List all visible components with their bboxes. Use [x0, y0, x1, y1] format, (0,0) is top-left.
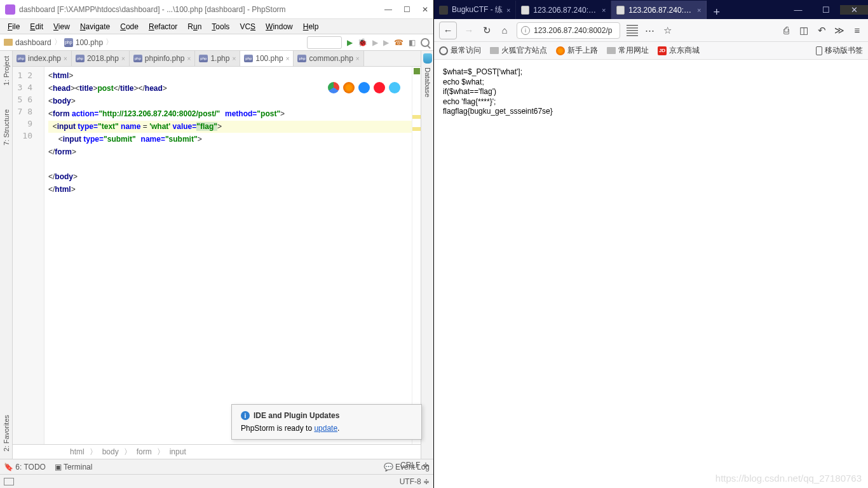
menu-edit[interactable]: Edit	[26, 21, 47, 32]
page-actions-icon[interactable]: ⋯	[644, 25, 656, 36]
bm-jd[interactable]: JD京东商城	[658, 45, 700, 56]
close-tab-icon[interactable]: ×	[602, 6, 606, 14]
favorites-tool-tab[interactable]: 2: Favorites	[3, 412, 10, 454]
address-bar[interactable]: i 123.206.87.240:8002/p	[517, 22, 620, 39]
safari-icon[interactable]	[358, 82, 370, 93]
firefox-icon	[556, 46, 565, 55]
menu-button[interactable]: ≡	[851, 25, 863, 36]
browser-tab-1[interactable]: 123.206.87.240:8002×	[516, 1, 611, 19]
sync-icon[interactable]: ↶	[816, 25, 827, 36]
run-config-dropdown[interactable]	[307, 36, 342, 49]
menu-help[interactable]: Help	[299, 21, 323, 32]
tab-phpinfo[interactable]: phpphpinfo.php×	[130, 51, 196, 66]
favicon-icon	[439, 6, 448, 15]
php-file-icon: php	[133, 55, 142, 62]
code-area[interactable]: <html> <head><title>post</title></head> …	[44, 67, 412, 444]
status-rect-icon[interactable]	[4, 478, 14, 485]
tab-100[interactable]: php100.php×	[240, 51, 294, 66]
tab-index[interactable]: phpindex.php×	[13, 51, 72, 66]
qr-icon[interactable]	[627, 25, 638, 36]
database-tool-tab[interactable]: Database	[424, 66, 431, 97]
home-button[interactable]: ⌂	[499, 25, 510, 36]
maximize-button[interactable]: ☐	[403, 5, 410, 14]
menu-refactor[interactable]: Refactor	[145, 21, 181, 32]
close-tab-icon[interactable]: ×	[697, 6, 701, 14]
warning-stripe[interactable]	[412, 115, 421, 119]
debug-button[interactable]: 🐞	[358, 38, 367, 47]
bm-mobile[interactable]: 移动版书签	[825, 45, 863, 56]
menu-file[interactable]: File	[4, 21, 24, 32]
menu-navigate[interactable]: Navigate	[76, 21, 114, 32]
bm-most-visited[interactable]: 最常访问	[439, 45, 481, 56]
nav-folder[interactable]: dashboard	[15, 38, 51, 47]
forward-button[interactable]: →	[463, 25, 475, 36]
browser-tab-bugku[interactable]: BugkuCTF - 练×	[434, 1, 516, 19]
menu-tools[interactable]: Tools	[208, 21, 233, 32]
bookmark-star-icon[interactable]: ☆	[662, 25, 674, 36]
close-tab-icon[interactable]: ×	[187, 55, 191, 62]
menu-code[interactable]: Code	[116, 21, 142, 32]
crumb[interactable]: html	[70, 447, 85, 456]
browser-tab-2[interactable]: 123.206.87.240:8002×	[611, 1, 707, 19]
menu-window[interactable]: Window	[262, 21, 297, 32]
bm-firefox-site[interactable]: 火狐官方站点	[490, 45, 547, 56]
close-tab-icon[interactable]: ×	[506, 6, 510, 14]
close-tab-icon[interactable]: ×	[64, 55, 67, 62]
popup-title: IDE and Plugin Updates	[254, 411, 339, 420]
code-editor[interactable]: 1 2 3 4 5 6 7 8 9 10 <html> <head><title…	[13, 67, 421, 444]
minimize-button[interactable]: —	[784, 5, 812, 15]
terminal-tool[interactable]: ▣ Terminal	[55, 463, 92, 471]
back-button[interactable]: ←	[439, 22, 457, 39]
run-button[interactable]: ▶	[347, 38, 353, 47]
crumb[interactable]: body	[102, 447, 119, 456]
line-sep[interactable]: CRLF ≑	[400, 461, 429, 470]
close-tab-icon[interactable]: ×	[286, 55, 290, 62]
coverage-button[interactable]: ▶	[372, 38, 378, 47]
chrome-icon[interactable]	[328, 82, 339, 93]
sidebar-icon[interactable]: ◫	[798, 25, 810, 36]
watermark-text: https://blog.csdn.net/qq_27180763	[715, 472, 862, 485]
bookmarks-bar: 最常访问 火狐官方站点 新手上路 常用网址 JD京东商城 移动版书签	[434, 42, 868, 60]
php-file-icon: php	[64, 38, 73, 47]
opera-icon[interactable]	[374, 82, 385, 93]
tab-1[interactable]: php1.php×	[195, 51, 240, 66]
vcs-button[interactable]: ◧	[409, 38, 416, 47]
menu-view[interactable]: View	[50, 21, 74, 32]
nav-file[interactable]: 100.php	[76, 38, 103, 47]
ie-icon[interactable]	[389, 82, 400, 93]
info-icon: i	[241, 411, 250, 420]
close-button[interactable]: ✕	[422, 5, 428, 14]
listen-button[interactable]: ☎	[394, 38, 403, 47]
bm-common[interactable]: 常用网址	[607, 45, 649, 56]
stop-button[interactable]: ▶	[383, 38, 389, 47]
warning-stripe[interactable]	[412, 127, 421, 131]
structure-tool-tab[interactable]: 7: Structure	[3, 107, 10, 148]
content-line: flagflag{bugku_get_ssseint67se}	[443, 107, 859, 117]
overflow-icon[interactable]: ≫	[834, 25, 845, 36]
maximize-button[interactable]: ☐	[812, 5, 840, 15]
project-tool-tab[interactable]: 1: Project	[3, 53, 10, 88]
library-icon[interactable]: ⎙	[780, 25, 792, 36]
firefox-icon[interactable]	[343, 82, 355, 93]
reload-button[interactable]: ↻	[481, 25, 492, 36]
close-tab-icon[interactable]: ×	[121, 55, 125, 62]
new-tab-button[interactable]: +	[707, 6, 726, 19]
update-link[interactable]: update	[314, 424, 337, 433]
folder-icon	[490, 47, 499, 54]
crumb[interactable]: input	[170, 447, 186, 456]
tab-2018[interactable]: php2018.php×	[72, 51, 130, 66]
site-info-icon[interactable]: i	[521, 26, 530, 35]
todo-tool[interactable]: 🔖 6: TODO	[4, 463, 46, 471]
tab-common[interactable]: phpcommon.php×	[294, 51, 363, 66]
close-tab-icon[interactable]: ×	[232, 55, 236, 62]
close-button[interactable]: ✕	[840, 5, 868, 15]
search-icon[interactable]	[421, 38, 430, 47]
right-tool-stripe: Database	[421, 51, 433, 459]
minimize-button[interactable]: —	[384, 5, 392, 14]
menu-run[interactable]: Run	[184, 21, 205, 32]
menu-vcs[interactable]: VCS	[236, 21, 259, 32]
encoding[interactable]: UTF-8 ≑	[400, 477, 430, 486]
bm-newbie[interactable]: 新手上路	[556, 45, 598, 56]
crumb[interactable]: form	[137, 447, 152, 456]
close-tab-icon[interactable]: ×	[356, 55, 360, 62]
